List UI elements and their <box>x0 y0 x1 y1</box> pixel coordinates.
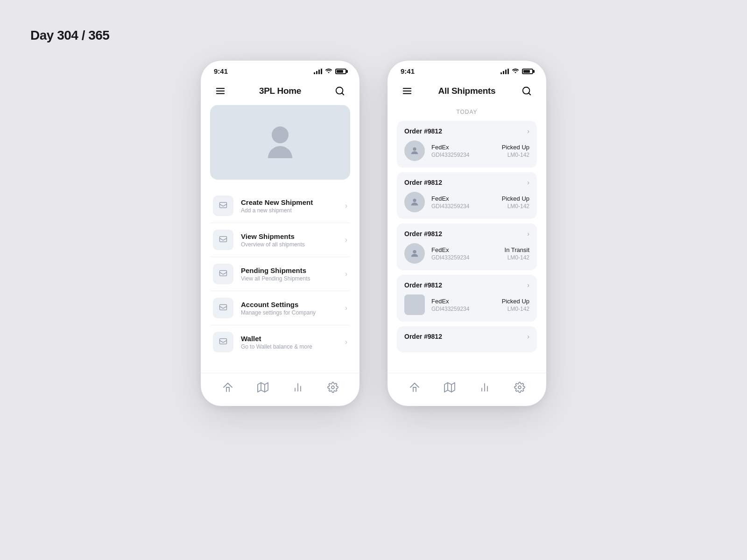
carrier-avatar-3 <box>404 243 425 264</box>
shipments-content: TODAY Order #9812 › <box>388 105 546 373</box>
status-code-3: LM0-142 <box>505 254 529 261</box>
order-5-number: Order #9812 <box>404 333 442 340</box>
status-code-2: LM0-142 <box>502 203 529 210</box>
view-shipments-chevron: › <box>345 236 347 244</box>
carrier-info-2: FedEx GDI433259234 <box>431 195 495 210</box>
menu-list: Create New Shipment Add a new shipment ›… <box>210 189 350 359</box>
page-title: Day 304 / 365 <box>30 28 109 43</box>
account-settings-chevron: › <box>345 304 347 312</box>
tracking-2: GDI433259234 <box>431 203 495 210</box>
pending-shipments-icon-box <box>213 264 233 284</box>
hamburger-button-shipments[interactable] <box>399 83 416 99</box>
shipment-card-1-header: Order #9812 › <box>404 127 529 135</box>
shipment-card-2[interactable]: Order #9812 › FedEx GDI433259234 <box>397 172 537 219</box>
shipment-5-chevron: › <box>527 333 529 340</box>
tracking-3: GDI433259234 <box>431 254 498 261</box>
account-settings-icon-box <box>213 298 233 318</box>
status-code-4: LM0-142 <box>502 306 529 312</box>
create-shipment-label: Create New Shipment <box>241 198 338 206</box>
order-4-number: Order #9812 <box>404 281 442 289</box>
phone-home: 9:41 <box>201 61 359 406</box>
pending-shipments-chevron: › <box>345 270 347 278</box>
shipment-card-2-header: Order #9812 › <box>404 179 529 186</box>
status-bar-shipments: 9:41 <box>388 61 546 79</box>
status-bar-home: 9:41 <box>201 61 359 79</box>
svg-point-24 <box>413 250 416 253</box>
view-shipments-sub: Overview of all shipments <box>241 241 338 248</box>
search-button-home[interactable] <box>331 83 348 99</box>
shipment-card-3[interactable]: Order #9812 › FedEx GDI433259234 <box>397 224 537 270</box>
phones-container: 9:41 <box>201 61 546 406</box>
pending-shipments-sub: View all Pending Shipments <box>241 275 338 282</box>
shipment-card-2-body: FedEx GDI433259234 Picked Up LM0-142 <box>404 192 529 212</box>
signal-bars-home <box>314 69 322 74</box>
account-settings-text: Account Settings Manage settings for Com… <box>241 301 338 316</box>
carrier-info-3: FedEx GDI433259234 <box>431 246 498 261</box>
shipment-card-1[interactable]: Order #9812 › FedEx GDI433259234 <box>397 121 537 168</box>
status-label-1: Picked Up <box>502 144 529 151</box>
tab-shipments-settings[interactable] <box>508 380 531 395</box>
svg-line-4 <box>342 93 344 95</box>
tab-home-settings[interactable] <box>322 380 344 395</box>
nav-bar-shipments: All Shipments <box>388 79 546 105</box>
shipment-card-3-header: Order #9812 › <box>404 230 529 238</box>
tab-shipments-chart[interactable] <box>473 380 496 395</box>
svg-point-22 <box>413 147 416 151</box>
shipment-card-5-header: Order #9812 › <box>404 333 529 340</box>
tab-shipments-map[interactable] <box>438 380 461 395</box>
wallet-label: Wallet <box>241 335 338 343</box>
tab-home-home[interactable] <box>217 380 239 395</box>
carrier-info-4: FedEx GDI433259234 <box>431 298 495 312</box>
carrier-avatar-2 <box>404 192 425 212</box>
create-shipment-chevron: › <box>345 202 347 210</box>
shipment-card-1-body: FedEx GDI433259234 Picked Up LM0-142 <box>404 140 529 161</box>
shipment-1-chevron: › <box>527 127 529 135</box>
svg-point-16 <box>331 386 334 389</box>
menu-item-wallet[interactable]: Wallet Go to Wallet balance & more › <box>210 325 350 359</box>
tab-home-chart[interactable] <box>287 380 309 395</box>
avatar-placeholder <box>268 126 292 158</box>
menu-item-view-shipments[interactable]: View Shipments Overview of all shipments… <box>210 223 350 257</box>
status-icons-home <box>314 68 346 75</box>
carrier-name-4: FedEx <box>431 298 495 305</box>
order-3-number: Order #9812 <box>404 230 442 238</box>
today-label: TODAY <box>397 105 537 121</box>
status-label-2: Picked Up <box>502 195 529 202</box>
shipment-card-5[interactable]: Order #9812 › <box>397 326 537 352</box>
hero-banner <box>210 105 350 180</box>
avatar-head <box>272 126 289 143</box>
account-settings-label: Account Settings <box>241 301 338 308</box>
hamburger-button-home[interactable] <box>212 83 229 99</box>
svg-point-23 <box>413 199 416 202</box>
battery-fill-home <box>337 70 343 73</box>
status-label-4: Picked Up <box>502 298 529 305</box>
shipment-card-4[interactable]: Order #9812 › FedEx GDI433259234 Picked … <box>397 275 537 322</box>
shipments-list: Order #9812 › FedEx GDI433259234 <box>397 121 537 357</box>
search-button-shipments[interactable] <box>518 83 535 99</box>
shipment-card-4-body: FedEx GDI433259234 Picked Up LM0-142 <box>404 294 529 315</box>
create-shipment-icon-box <box>213 196 233 216</box>
signal-bar-1 <box>314 72 315 74</box>
pending-shipments-text: Pending Shipments View all Pending Shipm… <box>241 266 338 282</box>
tab-shipments-home[interactable] <box>403 380 426 395</box>
nav-bar-home: 3PL Home <box>201 79 359 105</box>
tab-home-map[interactable] <box>252 380 274 395</box>
wallet-text: Wallet Go to Wallet balance & more <box>241 335 338 350</box>
avatar-body <box>268 146 292 158</box>
carrier-avatar-1 <box>404 140 425 161</box>
status-label-3: In Transit <box>505 246 529 253</box>
shipment-card-3-body: FedEx GDI433259234 In Transit LM0-142 <box>404 243 529 264</box>
status-icons-shipments <box>500 68 533 75</box>
menu-item-pending-shipments[interactable]: Pending Shipments View all Pending Shipm… <box>210 257 350 291</box>
view-shipments-label: View Shipments <box>241 232 338 240</box>
phone-shipments: 9:41 <box>388 61 546 406</box>
signal-bars-shipments <box>500 69 509 74</box>
menu-item-create-shipment[interactable]: Create New Shipment Add a new shipment › <box>210 189 350 223</box>
wallet-chevron: › <box>345 338 347 346</box>
tracking-1: GDI433259234 <box>431 152 495 158</box>
shipment-card-4-header: Order #9812 › <box>404 281 529 289</box>
menu-item-account-settings[interactable]: Account Settings Manage settings for Com… <box>210 291 350 325</box>
signal-bar-2 <box>316 71 317 74</box>
shipment-2-chevron: › <box>527 179 529 186</box>
battery-icon-home <box>335 69 346 74</box>
